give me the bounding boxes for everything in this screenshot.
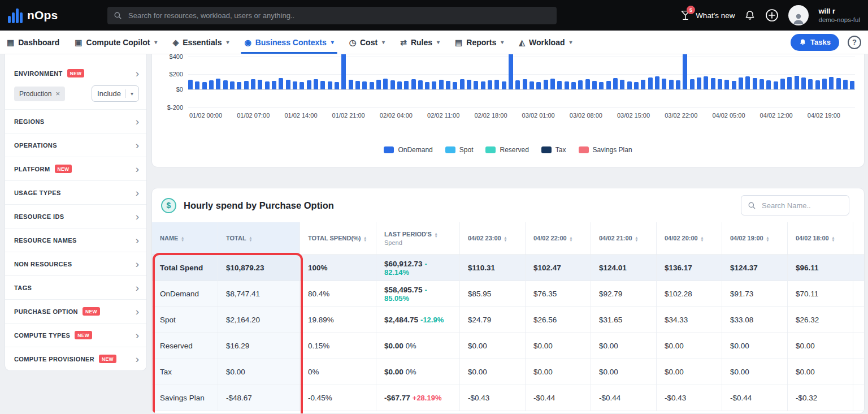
chart-bars: [188, 54, 855, 89]
sidebar-item-environment[interactable]: ENVIRONMENTNEW›: [5, 62, 146, 85]
new-badge: NEW: [83, 307, 100, 316]
cell-hour-value: $0.00: [526, 359, 591, 385]
spend-chart-card: $400$200$0$-20001/02 00:0001/02 07:0001/…: [151, 54, 865, 167]
tasks-button[interactable]: Tasks: [791, 34, 839, 51]
column-header-04-02-22-00[interactable]: 04/02 22:00▴▾: [526, 222, 591, 255]
nav-item-rules[interactable]: ⇄Rules▾: [400, 31, 440, 54]
cell-hour-value: $0.00: [788, 333, 853, 359]
chart-bar: [557, 81, 562, 89]
nav-item-essentials[interactable]: ◈Essentials▾: [172, 31, 229, 54]
nav-item-label: Essentials: [183, 38, 222, 47]
nav-item-compute-copilot[interactable]: ▣Compute Copilot▾: [75, 31, 157, 54]
nops-logo-icon: [8, 7, 23, 23]
sidebar-item-label: TAGS: [14, 284, 32, 291]
column-header-total[interactable]: TOTAL▴▾: [218, 222, 300, 255]
sidebar-item-usage-types[interactable]: USAGE TYPES›: [5, 180, 146, 204]
table-search[interactable]: [741, 195, 849, 215]
chart-bar: [314, 79, 318, 89]
nav-item-business-contexts[interactable]: ◉Business Contexts▾: [244, 31, 333, 54]
sort-icon: ▴▾: [250, 236, 251, 242]
cell-hour-value: $92.79: [591, 281, 657, 307]
chevron-down-icon: ▾: [226, 39, 229, 45]
nav-item-cost[interactable]: ◷Cost▾: [349, 31, 385, 54]
chevron-right-icon: ›: [136, 330, 139, 340]
workload-icon: ◭: [519, 38, 525, 46]
business-contexts-icon: ◉: [244, 38, 251, 46]
sidebar-item-compute-provisioner[interactable]: COMPUTE PROVISIONERNEW›: [5, 347, 146, 370]
chart-bar: [641, 80, 645, 89]
column-header-name[interactable]: NAME▴▾: [152, 222, 218, 255]
sidebar-item-purchase-option[interactable]: PURCHASE OPTIONNEW›: [5, 299, 146, 323]
legend-label: Reserved: [500, 146, 528, 154]
sidebar-item-operations[interactable]: OPERATIONS›: [5, 133, 146, 157]
chart-bar: [585, 79, 590, 89]
sidebar-item-platform[interactable]: PLATFORMNEW›: [5, 157, 146, 180]
sidebar-item-tags[interactable]: TAGS›: [5, 275, 146, 299]
column-header-04-02-20-00[interactable]: 04/02 20:00▴▾: [657, 222, 722, 255]
column-header-04-02-23-00[interactable]: 04/02 23:00▴▾: [460, 222, 526, 255]
whats-new-button[interactable]: 5 What's new: [680, 10, 735, 21]
chart-bar: [244, 81, 249, 89]
cell-hour-value: $0.00: [526, 333, 591, 359]
column-header-04-02-21-00[interactable]: 04/02 21:00▴▾: [591, 222, 657, 255]
cell-hour-value: $0.00: [460, 333, 526, 359]
cell-total: -$48.67: [218, 385, 300, 411]
nav-item-label: Business Contexts: [255, 38, 327, 47]
chart-bar: [446, 81, 450, 89]
legend-label: Savings Plan: [593, 146, 632, 154]
column-header-total-spend[interactable]: TOTAL SPEND(%)▴▾: [300, 222, 376, 255]
chart-bar: [216, 79, 220, 89]
sidebar-item-resource-names[interactable]: RESOURCE NAMES›: [5, 228, 146, 252]
chart-bar: [753, 78, 757, 89]
cell-last-period: -$67.77+28.19%: [376, 385, 460, 411]
help-icon[interactable]: ?: [848, 36, 861, 49]
sidebar-item-non-resources[interactable]: NON RESOURCES›: [5, 252, 146, 275]
sidebar-item-resource-ids[interactable]: RESOURCE IDS›: [5, 204, 146, 228]
table-search-input[interactable]: [761, 201, 843, 210]
add-button[interactable]: [765, 8, 779, 22]
chevron-right-icon: ›: [136, 163, 139, 174]
sidebar-item-label: RESOURCE IDS: [14, 213, 64, 220]
table-header-row: NAME▴▾TOTAL▴▾TOTAL SPEND(%)▴▾LAST PERIOD…: [152, 222, 865, 255]
chart-bar: [655, 76, 659, 89]
nav-item-workload[interactable]: ◭Workload▾: [519, 31, 572, 54]
column-header-04-02-19-00[interactable]: 04/02 19:00▴▾: [722, 222, 788, 255]
nav-item-dashboard[interactable]: ▦Dashboard: [7, 31, 59, 54]
dashboard-icon: ▦: [7, 38, 14, 46]
x-axis-tick-labels: 01/02 00:0001/02 07:0001/02 14:0001/02 2…: [189, 112, 840, 119]
column-header-label: TOTAL: [226, 235, 246, 241]
cell-total-spend-pct: 100%: [300, 255, 376, 281]
reports-icon: ▤: [455, 38, 462, 46]
tasks-bell-icon: [799, 38, 806, 46]
column-header-label: 04/02 20:00: [665, 235, 698, 241]
chevron-right-icon: ›: [136, 140, 139, 150]
notifications-bell-icon[interactable]: [744, 10, 756, 21]
filter-chip-production[interactable]: Production×: [14, 87, 65, 101]
chart-bar: [258, 80, 262, 89]
legend-swatch: [485, 146, 496, 153]
cell-hour-value: $0.00: [460, 359, 526, 385]
column-header-last-period-s[interactable]: LAST PERIOD'S▴▾Spend: [376, 222, 460, 255]
legend-label: Spot: [459, 146, 474, 154]
chevron-right-icon: ›: [136, 116, 139, 127]
chevron-down-icon: ▾: [570, 39, 572, 45]
nops-logo[interactable]: nOps: [8, 7, 97, 23]
avatar[interactable]: [788, 5, 809, 25]
chip-remove-icon[interactable]: ×: [55, 90, 60, 97]
chart-bar: [502, 81, 506, 89]
column-header-04-02-18-00[interactable]: 04/02 18:00▴▾: [788, 222, 853, 255]
chart-bar: [787, 77, 792, 89]
sidebar-item-compute-types[interactable]: COMPUTE TYPESNEW›: [5, 323, 146, 347]
x-axis-tick-label: 03/02 01:00: [522, 112, 555, 119]
cell-name: Spot: [152, 307, 218, 333]
sidebar-item-regions[interactable]: REGIONS›: [5, 109, 146, 133]
essentials-icon: ◈: [172, 38, 179, 46]
whats-new-label: What's new: [696, 11, 735, 20]
include-mode-select[interactable]: Include▾: [92, 85, 139, 102]
cell-hour-value: $96.11: [788, 255, 853, 281]
cell-hour-value: $0.00: [722, 333, 788, 359]
user-meta[interactable]: will r demo-nops-ful: [818, 7, 860, 24]
global-search-input[interactable]: [127, 11, 550, 20]
global-search[interactable]: [107, 7, 557, 24]
nav-item-reports[interactable]: ▤Reports▾: [455, 31, 504, 54]
